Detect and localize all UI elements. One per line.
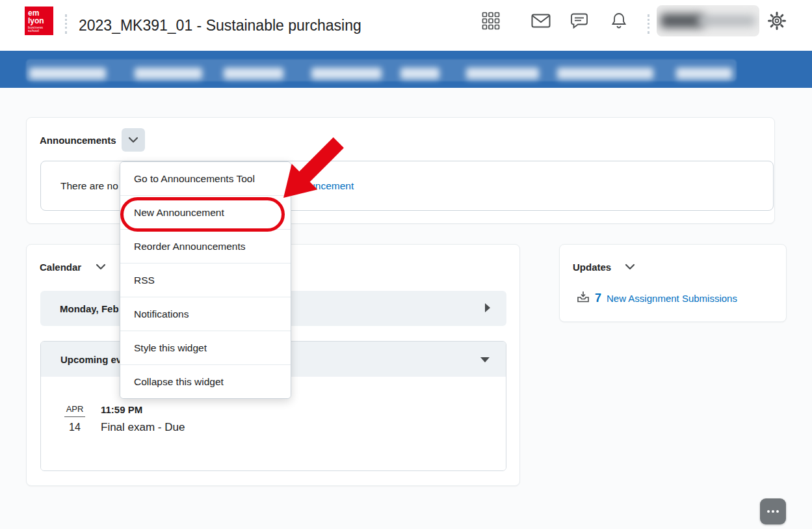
gear-icon — [768, 12, 786, 32]
updates-widget: Updates 7 New Assignment Submissions — [559, 244, 787, 322]
assignment-icon — [577, 290, 590, 306]
nav-item-redacted[interactable] — [466, 68, 539, 79]
course-navbar — [0, 51, 812, 88]
nav-item-redacted[interactable] — [135, 68, 202, 79]
logo-text: lyon — [28, 17, 53, 25]
redacted-blob — [661, 14, 703, 28]
app-grid-button[interactable] — [479, 10, 503, 33]
logo-text: business school — [28, 26, 53, 33]
menu-item-go-to-announcements-tool[interactable]: Go to Announcements Tool — [120, 162, 291, 195]
event-day: 14 — [60, 422, 89, 433]
new-submissions-link[interactable]: New Assignment Submissions — [607, 293, 737, 304]
nav-item-redacted[interactable] — [224, 68, 283, 79]
mail-icon — [531, 13, 551, 31]
user-menu-redacted[interactable] — [657, 5, 759, 36]
announcements-title: Announcements — [40, 128, 116, 152]
course-title: 2023_MK391_01 - Sustainable purchasing — [79, 0, 361, 51]
nav-item-redacted[interactable] — [400, 68, 439, 79]
menu-item-style-this-widget[interactable]: Style this widget — [120, 331, 291, 364]
nav-item-redacted[interactable] — [311, 68, 382, 79]
announcements-menu-button[interactable] — [122, 128, 145, 152]
chat-icon — [570, 12, 588, 31]
chevron-down-icon — [625, 262, 635, 272]
collapse-triangle-icon[interactable] — [480, 354, 490, 365]
announcements-context-menu: Go to Announcements Tool New Announcemen… — [120, 161, 291, 399]
more-options-icon — [767, 510, 779, 513]
calendar-title: Calendar — [40, 255, 81, 278]
redacted-blob — [698, 16, 755, 26]
event-date: APR 14 — [60, 403, 89, 434]
nav-item-redacted[interactable] — [557, 68, 653, 79]
page: em lyon business school 2023_MK391_01 - … — [0, 0, 812, 529]
menu-item-new-announcement[interactable]: New Announcement — [120, 195, 291, 229]
menu-item-notifications[interactable]: Notifications — [120, 297, 291, 331]
floating-more-button[interactable] — [760, 498, 786, 524]
updates-title: Updates — [573, 255, 611, 278]
menu-item-collapse-this-widget[interactable]: Collapse this widget — [120, 364, 291, 398]
chat-button[interactable] — [568, 10, 591, 33]
updates-menu-button[interactable] — [618, 255, 642, 278]
upcoming-events-label: Upcoming ev — [60, 354, 122, 365]
updates-assignments-row[interactable]: 7 New Assignment Submissions — [577, 290, 737, 306]
event-details: 11:59 PM Final exam - Due — [101, 403, 185, 434]
dotted-divider — [648, 14, 649, 34]
event-time: 11:59 PM — [101, 404, 185, 415]
submissions-count: 7 — [595, 292, 601, 305]
app-grid-icon — [482, 12, 500, 32]
notifications-button[interactable] — [607, 10, 631, 33]
top-navbar: em lyon business school 2023_MK391_01 - … — [0, 0, 812, 51]
calendar-menu-button[interactable] — [89, 255, 112, 278]
calendar-event: APR 14 11:59 PM Final exam - Due — [60, 403, 185, 434]
menu-item-rss[interactable]: RSS — [120, 263, 291, 297]
nav-item-redacted[interactable] — [29, 68, 106, 79]
event-name[interactable]: Final exam - Due — [101, 421, 185, 434]
chevron-down-icon — [128, 135, 138, 145]
next-arrow-icon[interactable] — [484, 303, 491, 315]
bell-icon — [610, 12, 627, 32]
dotted-divider — [65, 14, 67, 34]
settings-button[interactable] — [765, 10, 789, 33]
logo-text: em — [28, 9, 53, 17]
emlyon-logo[interactable]: em lyon business school — [25, 7, 53, 35]
menu-item-reorder-announcements[interactable]: Reorder Announcements — [120, 229, 291, 263]
nav-item-redacted[interactable] — [676, 68, 732, 79]
calendar-date-label: Monday, Feb — [60, 303, 119, 314]
event-month: APR — [64, 404, 86, 417]
mail-button[interactable] — [529, 10, 553, 33]
chevron-down-icon — [96, 262, 106, 272]
